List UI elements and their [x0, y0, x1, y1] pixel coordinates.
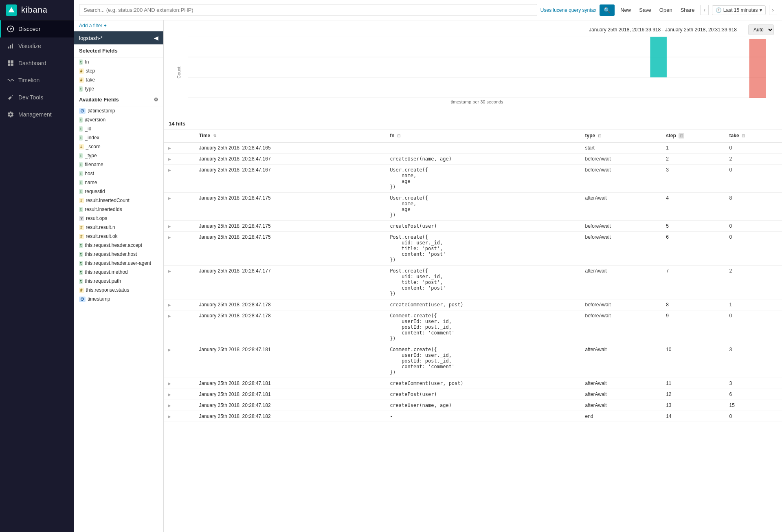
field-type-badge: t	[79, 243, 83, 248]
take-cell: 3	[725, 378, 782, 389]
available-field-result-ok[interactable]: # result.result.ok	[74, 232, 163, 241]
field-name: @timestamp	[88, 108, 115, 114]
time-cell: January 25th 2018, 20:28:47.165	[195, 142, 386, 154]
field-type-badge: ?	[79, 216, 84, 221]
available-field-doctype[interactable]: t _type	[74, 151, 163, 160]
expand-row-button[interactable]: ▶	[168, 168, 171, 172]
date-range-label: January 25th 2018, 20:16:39.918 - Januar…	[589, 27, 737, 33]
save-button[interactable]: Save	[637, 5, 654, 15]
available-field-result-n[interactable]: # result.result.n	[74, 223, 163, 232]
available-field-requestid[interactable]: t requestid	[74, 187, 163, 196]
search-input[interactable]	[79, 4, 537, 16]
available-field-inserted-ids[interactable]: t result.insertedIds	[74, 205, 163, 214]
take-cell: 0	[725, 165, 782, 193]
available-field-inserted-count[interactable]: # result.insertedCount	[74, 196, 163, 205]
available-field-req-host[interactable]: t this.request.header.host	[74, 250, 163, 259]
collapse-panel-button[interactable]: ◀	[154, 35, 158, 41]
expand-row-button[interactable]: ▶	[168, 157, 171, 161]
selected-field-fn[interactable]: t fn	[74, 57, 163, 66]
fields-gear-icon[interactable]: ⚙	[154, 97, 158, 103]
available-field-filename[interactable]: t filename	[74, 160, 163, 169]
expand-row-button[interactable]: ▶	[168, 235, 171, 240]
field-name: result.insertedIds	[85, 207, 122, 212]
expand-row-button[interactable]: ▶	[168, 224, 171, 229]
expand-row-button[interactable]: ▶	[168, 314, 171, 318]
field-type-badge: t	[79, 279, 83, 284]
selected-field-step[interactable]: # step	[74, 66, 163, 75]
table-row: ▶January 25th 2018, 20:28:47.178createCo…	[164, 299, 782, 310]
available-field-result-ops[interactable]: ? result.ops	[74, 214, 163, 223]
sidebar-item-discover[interactable]: Discover	[0, 20, 74, 37]
take-cell: 15	[725, 400, 782, 411]
svg-rect-5	[8, 60, 10, 63]
share-button[interactable]: Share	[678, 5, 697, 15]
available-field-response-status[interactable]: # this.response.status	[74, 286, 163, 295]
fn-cell: createPost(user)	[386, 221, 581, 232]
next-time-button[interactable]: ›	[769, 5, 777, 15]
available-field-timestamp[interactable]: ⏱ @timestamp	[74, 106, 163, 115]
field-name: _index	[85, 135, 99, 141]
lucene-link[interactable]: Uses lucene query syntax	[540, 7, 596, 13]
sort-icon-take: ⊡	[742, 134, 745, 138]
index-pattern-name: logstash-*	[79, 35, 103, 41]
col-header-time[interactable]: Time ⇅	[195, 130, 386, 142]
sidebar-item-management[interactable]: Management	[0, 106, 74, 123]
step-cell: 10	[662, 344, 725, 378]
time-picker[interactable]: 🕐 Last 15 minutes ▾	[712, 5, 766, 15]
type-cell: beforeAwait	[581, 232, 662, 266]
field-name: step	[86, 68, 95, 74]
field-type-badge: t	[79, 270, 83, 275]
time-cell: January 25th 2018, 20:28:47.182	[195, 400, 386, 411]
table-row: ▶January 25th 2018, 20:28:47.181Comment.…	[164, 344, 782, 378]
available-field-version[interactable]: t @version	[74, 115, 163, 124]
sidebar-item-visualize[interactable]: Visualize	[0, 37, 74, 55]
open-button[interactable]: Open	[657, 5, 675, 15]
time-nav-arrows-right: ›	[769, 5, 777, 15]
available-field-index[interactable]: t _index	[74, 133, 163, 142]
expand-row-button[interactable]: ▶	[168, 381, 171, 386]
available-field-score[interactable]: # _score	[74, 142, 163, 151]
kibana-logo-icon	[6, 4, 17, 16]
selected-field-take[interactable]: # take	[74, 75, 163, 84]
date-separator: —	[740, 27, 745, 33]
field-type-badge: t	[79, 261, 83, 266]
available-field-name[interactable]: t name	[74, 178, 163, 187]
col-header-step[interactable]: step ⊡	[662, 130, 725, 142]
expand-row-button[interactable]: ▶	[168, 303, 171, 307]
expand-row-button[interactable]: ▶	[168, 392, 171, 397]
new-button[interactable]: New	[618, 5, 633, 15]
sidebar-item-timelion[interactable]: Timelion	[0, 72, 74, 89]
interval-select[interactable]: Auto	[748, 24, 774, 35]
col-header-take[interactable]: take ⊡	[725, 130, 782, 142]
available-field-req-ua[interactable]: t this.request.header.user-agent	[74, 259, 163, 268]
search-button[interactable]: 🔍	[600, 4, 615, 16]
available-field-id[interactable]: t _id	[74, 124, 163, 133]
expand-row-button[interactable]: ▶	[168, 347, 171, 352]
expand-row-button[interactable]: ▶	[168, 146, 171, 150]
sidebar-item-dashboard[interactable]: Dashboard	[0, 55, 74, 72]
available-field-req-accept[interactable]: t this.request.header.accept	[74, 241, 163, 250]
add-filter-button[interactable]: Add a filter +	[79, 23, 158, 29]
sort-icon: ⇅	[213, 134, 216, 138]
sidebar-item-dev-tools[interactable]: Dev Tools	[0, 89, 74, 106]
available-field-req-method[interactable]: t this.request.method	[74, 268, 163, 277]
expand-row-button[interactable]: ▶	[168, 196, 171, 200]
grid-icon	[7, 59, 14, 67]
expand-row-button[interactable]: ▶	[168, 269, 171, 273]
expand-row-button[interactable]: ▶	[168, 403, 171, 408]
time-nav-arrows: ‹	[700, 5, 708, 15]
prev-time-button[interactable]: ‹	[700, 5, 708, 15]
field-type-badge: #	[79, 288, 84, 293]
col-header-fn[interactable]: fn ⊡	[386, 130, 581, 142]
type-cell: afterAwait	[581, 266, 662, 299]
step-cell: 5	[662, 221, 725, 232]
fn-cell: createComment(user, post)	[386, 378, 581, 389]
available-field-host[interactable]: t host	[74, 169, 163, 178]
selected-field-type[interactable]: t type	[74, 84, 163, 93]
available-field-req-path[interactable]: t this.request.path	[74, 277, 163, 286]
col-header-type[interactable]: type ⊡	[581, 130, 662, 142]
field-name: result.insertedCount	[86, 198, 130, 203]
expand-row-button[interactable]: ▶	[168, 414, 171, 419]
field-name: @version	[85, 117, 105, 123]
available-field-ts[interactable]: ⏱ timestamp	[74, 295, 163, 303]
